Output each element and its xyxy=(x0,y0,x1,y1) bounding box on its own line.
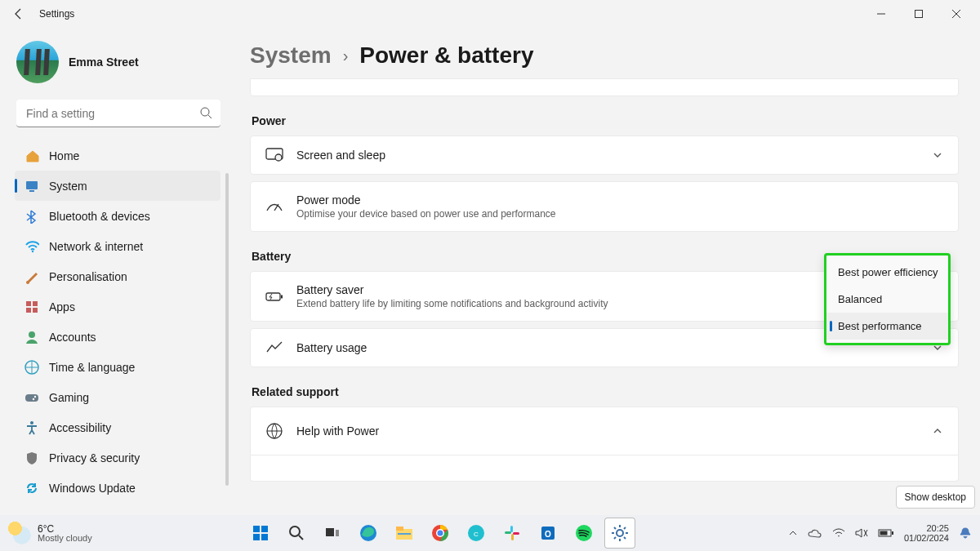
canva-icon[interactable]: C xyxy=(461,518,492,549)
svg-rect-30 xyxy=(326,528,334,536)
sidebar-item-windows-update[interactable]: Windows Update xyxy=(15,473,220,503)
svg-point-12 xyxy=(29,331,35,338)
svg-point-6 xyxy=(32,250,33,251)
screen-sleep-card[interactable]: Screen and sleep xyxy=(250,136,959,175)
chevron-up-icon xyxy=(932,425,943,437)
sidebar-item-system[interactable]: System xyxy=(15,171,220,201)
taskbar-search[interactable] xyxy=(281,518,312,549)
svg-rect-25 xyxy=(261,526,268,532)
sidebar-item-personalisation[interactable]: Personalisation xyxy=(15,261,220,291)
sidebar-item-time-language[interactable]: Time & language xyxy=(15,352,220,382)
clock-date: 01/02/2024 xyxy=(904,533,949,543)
sidebar-item-label: Gaming xyxy=(49,391,89,404)
svg-rect-1 xyxy=(915,11,923,18)
minimize-button[interactable] xyxy=(862,0,900,28)
back-button[interactable] xyxy=(5,0,33,28)
privacy-icon xyxy=(24,451,39,465)
svg-rect-9 xyxy=(33,301,38,306)
breadcrumb-parent[interactable]: System xyxy=(250,42,332,69)
breadcrumb: System › Power & battery xyxy=(250,42,959,69)
svg-rect-31 xyxy=(336,530,339,536)
svg-text:O: O xyxy=(545,530,551,539)
bluetooth-icon xyxy=(24,209,39,224)
nav-list: HomeSystemBluetooth & devicesNetwork & i… xyxy=(15,140,225,503)
sidebar-item-label: Home xyxy=(49,149,79,162)
spotify-icon[interactable] xyxy=(568,518,599,549)
svg-text:C: C xyxy=(474,531,479,538)
svg-rect-24 xyxy=(253,526,260,532)
sidebar-item-network-internet[interactable]: Network & internet xyxy=(15,231,220,261)
explorer-icon[interactable] xyxy=(389,518,420,549)
help-with-power-card[interactable]: Help with Power xyxy=(250,407,959,455)
search-icon xyxy=(199,106,212,119)
svg-rect-44 xyxy=(513,532,519,535)
sidebar-item-home[interactable]: Home xyxy=(15,140,220,171)
search-box[interactable] xyxy=(16,100,220,127)
weather-widget[interactable]: 6°C Mostly cloudy xyxy=(8,522,92,544)
close-button[interactable] xyxy=(938,0,975,28)
sidebar-item-label: System xyxy=(49,180,87,193)
sidebar-item-apps[interactable]: Apps xyxy=(15,291,220,322)
dropdown-option[interactable]: Balanced xyxy=(826,286,948,313)
slack-icon[interactable] xyxy=(497,518,528,549)
svg-point-15 xyxy=(34,395,36,397)
maximize-button[interactable] xyxy=(900,0,938,28)
sidebar-item-accounts[interactable]: Accounts xyxy=(15,322,220,352)
previous-card-bottom[interactable] xyxy=(250,78,959,96)
power-mode-dropdown[interactable]: Best power efficiency Balanced Best perf… xyxy=(824,253,951,345)
dropdown-option[interactable]: Best power efficiency xyxy=(826,259,948,286)
profile[interactable]: Emma Street xyxy=(16,41,225,83)
notifications-icon[interactable] xyxy=(959,527,972,540)
sidebar-item-gaming[interactable]: Gaming xyxy=(15,382,220,412)
battery-saver-icon xyxy=(265,290,283,303)
battery-usage-icon xyxy=(265,340,283,355)
window-title: Settings xyxy=(39,8,74,20)
svg-point-2 xyxy=(201,108,209,116)
help-expanded-content[interactable] xyxy=(250,455,959,482)
power-mode-card[interactable]: Power mode Optimise your device based on… xyxy=(250,181,959,232)
outlook-icon[interactable]: O xyxy=(532,518,564,549)
accounts-icon xyxy=(24,330,39,344)
taskbar: 6°C Mostly cloudy C O 20:25 01/02/2024 xyxy=(0,515,980,551)
edge-icon[interactable] xyxy=(353,518,384,549)
svg-rect-43 xyxy=(511,534,514,540)
weather-desc: Mostly cloudy xyxy=(38,534,92,543)
sidebar-scrollbar[interactable] xyxy=(225,173,229,486)
system-icon xyxy=(24,179,39,193)
sidebar-item-bluetooth-devices[interactable]: Bluetooth & devices xyxy=(15,201,220,231)
personalisation-icon xyxy=(24,269,39,284)
power-mode-icon xyxy=(265,199,283,214)
sidebar-item-label: Windows Update xyxy=(49,482,136,495)
start-button[interactable] xyxy=(245,518,276,549)
wifi-icon[interactable] xyxy=(832,528,845,538)
svg-rect-34 xyxy=(396,527,403,531)
svg-rect-21 xyxy=(266,293,280,300)
svg-rect-51 xyxy=(880,531,887,535)
gaming-icon xyxy=(24,390,39,405)
volume-icon[interactable] xyxy=(855,527,868,539)
dropdown-option-selected[interactable]: Best performance xyxy=(826,313,948,340)
svg-point-7 xyxy=(26,281,29,284)
system-tray[interactable]: 20:25 01/02/2024 xyxy=(788,523,972,543)
onedrive-icon[interactable] xyxy=(808,528,822,538)
clock-time: 20:25 xyxy=(926,523,949,533)
settings-taskbar-icon[interactable] xyxy=(604,518,635,549)
home-icon xyxy=(24,149,39,163)
accessibility-icon xyxy=(24,420,39,435)
update-icon xyxy=(24,481,39,495)
chevron-down-icon xyxy=(932,149,943,161)
search-input[interactable] xyxy=(16,100,220,127)
sidebar-item-label: Network & internet xyxy=(49,240,143,253)
chrome-icon[interactable] xyxy=(425,518,456,549)
task-view[interactable] xyxy=(317,518,348,549)
battery-icon[interactable] xyxy=(878,528,894,538)
svg-rect-5 xyxy=(29,190,34,192)
svg-rect-22 xyxy=(281,295,283,299)
svg-rect-8 xyxy=(26,301,31,306)
svg-rect-26 xyxy=(253,534,260,540)
clock[interactable]: 20:25 01/02/2024 xyxy=(904,523,949,543)
tray-chevron-icon[interactable] xyxy=(788,528,798,538)
sidebar-item-accessibility[interactable]: Accessibility xyxy=(15,412,220,442)
sidebar-item-label: Personalisation xyxy=(49,270,127,283)
sidebar-item-privacy-security[interactable]: Privacy & security xyxy=(15,442,220,473)
